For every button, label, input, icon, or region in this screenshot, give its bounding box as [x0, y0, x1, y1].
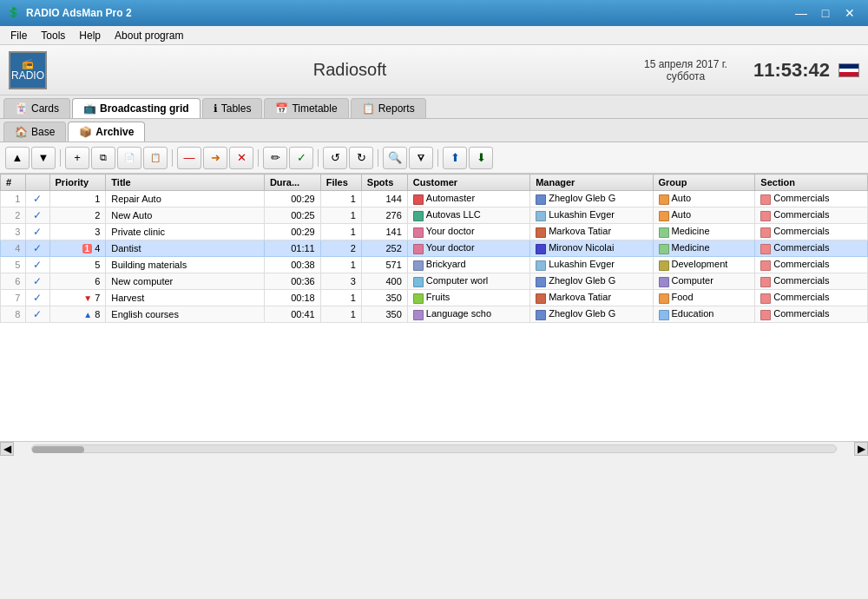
- cell-manager: Mironov Nicolai: [530, 240, 653, 257]
- copy-button[interactable]: ⧉: [91, 147, 115, 169]
- section-color-dot: [760, 227, 771, 238]
- cell-manager: Zheglov Gleb G: [530, 273, 653, 290]
- cell-section: Commercials: [755, 207, 868, 224]
- cell-group: Education: [653, 306, 755, 323]
- tables-icon: ℹ: [214, 102, 218, 115]
- table-row[interactable]: 8 ✓ ▲ 8 English courses 00:41 1 350 Lang…: [1, 306, 868, 323]
- col-header-group[interactable]: Group: [653, 174, 755, 191]
- download-button[interactable]: ⬇: [469, 147, 493, 169]
- cell-priority: 6: [49, 273, 106, 290]
- cell-priority: 2: [49, 207, 106, 224]
- confirm-button[interactable]: ✓: [289, 147, 313, 169]
- tab-reports[interactable]: 📋 Reports: [351, 98, 426, 118]
- customer-color-dot: [413, 277, 424, 287]
- language-flag[interactable]: [838, 63, 859, 77]
- add-button[interactable]: +: [65, 147, 89, 169]
- col-header-num[interactable]: #: [1, 174, 26, 191]
- cell-files: 1: [320, 290, 361, 306]
- cell-section: Commercials: [755, 191, 868, 207]
- cell-title: Building materials: [106, 257, 265, 273]
- menu-file[interactable]: File: [3, 28, 34, 43]
- paste-button[interactable]: 📋: [143, 147, 168, 169]
- tab-cards[interactable]: 🃏 Cards: [3, 98, 70, 118]
- cell-customer: Your doctor: [407, 240, 529, 257]
- menu-tools[interactable]: Tools: [34, 28, 72, 43]
- tab-base[interactable]: 🏠 Base: [3, 122, 66, 142]
- cell-spots: 252: [361, 240, 407, 257]
- tab-timetable[interactable]: 📅 Timetable: [264, 98, 348, 118]
- tab-broadcasting-grid[interactable]: 📺 Broadcasting grid: [72, 98, 201, 118]
- cell-group: Medicine: [653, 224, 755, 240]
- upload-button[interactable]: ⬆: [443, 147, 467, 169]
- move-down-button[interactable]: ▼: [31, 147, 56, 169]
- table-row[interactable]: 1 ✓ 1 Repair Auto 00:29 1 144 Automaster…: [1, 191, 868, 207]
- col-header-check[interactable]: [26, 174, 49, 191]
- table-row[interactable]: 4 ✓ 1 4 Dantist 01:11 2 252 Your doctor …: [1, 240, 868, 257]
- menu-help[interactable]: Help: [72, 28, 108, 43]
- scroll-track[interactable]: [31, 444, 837, 453]
- cell-title: New Auto: [106, 207, 265, 224]
- group-color-dot: [659, 227, 669, 238]
- cell-title: Dantist: [106, 240, 265, 257]
- horizontal-scrollbar[interactable]: ◀ ▶: [0, 441, 868, 455]
- minimize-button[interactable]: —: [790, 4, 812, 22]
- scroll-left-button[interactable]: ◀: [0, 442, 14, 456]
- priority-badge: 1: [82, 244, 93, 253]
- cell-files: 1: [320, 207, 361, 224]
- cell-check: ✓: [26, 224, 49, 240]
- delete-button[interactable]: —: [177, 147, 201, 169]
- cell-duration: 01:11: [264, 240, 320, 257]
- table-container[interactable]: # Priority Title Dura... Files Spots Cus…: [0, 174, 868, 441]
- col-header-title[interactable]: Title: [106, 174, 265, 191]
- cell-id: 3: [1, 224, 26, 240]
- close-button[interactable]: ✕: [838, 4, 861, 22]
- search-button[interactable]: 🔍: [383, 147, 407, 169]
- scroll-right-button[interactable]: ▶: [854, 442, 868, 456]
- col-header-duration[interactable]: Dura...: [264, 174, 320, 191]
- group-color-dot: [659, 211, 669, 221]
- customer-color-dot: [413, 211, 424, 221]
- tab-tables[interactable]: ℹ Tables: [202, 98, 263, 118]
- scroll-thumb[interactable]: [32, 446, 84, 453]
- col-header-section[interactable]: Section: [755, 174, 868, 191]
- cell-spots: 350: [361, 290, 407, 306]
- toolbar: ▲ ▼ + ⧉ 📄 📋 — ➜ ✕ ✏ ✓ ↺ ↻ 🔍 ⛛ ⬆ ⬇: [0, 142, 868, 174]
- table-row[interactable]: 7 ✓ ▼ 7 Harvest 00:18 1 350 Fruits Marko…: [1, 290, 868, 306]
- cell-group: Auto: [653, 207, 755, 224]
- table-row[interactable]: 5 ✓ 5 Building materials 00:38 1 571 Bri…: [1, 257, 868, 273]
- move-button[interactable]: ➜: [203, 147, 227, 169]
- new-doc-button[interactable]: 📄: [117, 147, 141, 169]
- cards-icon: 🃏: [15, 102, 28, 115]
- cell-duration: 00:38: [264, 257, 320, 273]
- filter-button[interactable]: ⛛: [409, 147, 433, 169]
- cell-files: 2: [320, 240, 361, 257]
- cell-manager: Lukashin Evger: [530, 207, 653, 224]
- table-row[interactable]: 6 ✓ 6 New computer 00:36 3 400 Computer …: [1, 273, 868, 290]
- col-header-manager[interactable]: Manager: [530, 174, 653, 191]
- cancel-button[interactable]: ✕: [229, 147, 253, 169]
- cell-id: 1: [1, 191, 26, 207]
- cell-check: ✓: [26, 240, 49, 257]
- table-row[interactable]: 3 ✓ 3 Private clinic 00:29 1 141 Your do…: [1, 224, 868, 240]
- redo-button[interactable]: ↻: [349, 147, 373, 169]
- up-arrow-icon: ▲: [83, 310, 92, 319]
- tab-archive[interactable]: 📦 Archive: [68, 122, 145, 142]
- maximize-button[interactable]: □: [814, 4, 837, 22]
- menu-about[interactable]: About program: [108, 28, 190, 43]
- manager-color-dot: [536, 310, 546, 320]
- col-header-priority[interactable]: Priority: [49, 174, 106, 191]
- cell-check: ✓: [26, 290, 49, 306]
- section-color-dot: [760, 194, 771, 205]
- table-row[interactable]: 2 ✓ 2 New Auto 00:25 1 276 Autovas LLC L…: [1, 207, 868, 224]
- col-header-files[interactable]: Files: [320, 174, 361, 191]
- move-up-button[interactable]: ▲: [5, 147, 30, 169]
- section-color-dot: [760, 293, 771, 304]
- undo-button[interactable]: ↺: [323, 147, 347, 169]
- col-header-spots[interactable]: Spots: [361, 174, 407, 191]
- cell-group: Computer: [653, 273, 755, 290]
- tab-timetable-label: Timetable: [292, 102, 337, 115]
- col-header-customer[interactable]: Customer: [407, 174, 529, 191]
- edit-button[interactable]: ✏: [263, 147, 287, 169]
- cell-customer: Your doctor: [407, 224, 529, 240]
- current-time: 11:53:42: [753, 59, 830, 82]
